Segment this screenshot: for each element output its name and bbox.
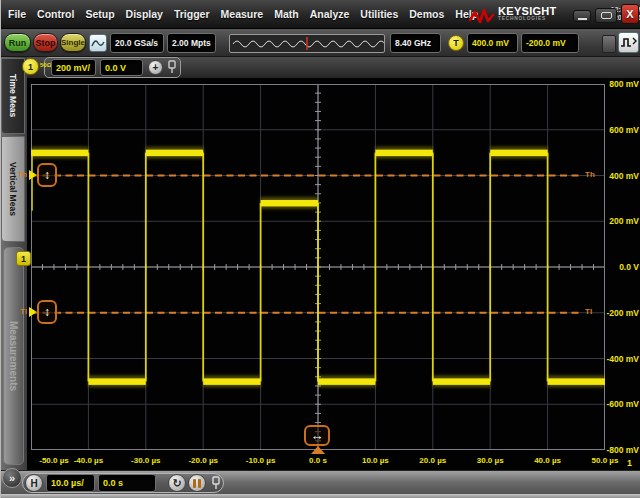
x-axis-label: 20.0 µs: [407, 456, 459, 465]
menu-item-utilities[interactable]: Utilities: [360, 8, 398, 20]
horizontal-bar: H 10.0 µs/ 0.0 s ↻: [1, 470, 640, 494]
trigger-badge[interactable]: T: [448, 35, 464, 51]
threshold-low-right-label: Tl: [585, 307, 592, 316]
zoom-bar-icon: [198, 479, 201, 488]
menu-item-trigger[interactable]: Trigger: [174, 8, 210, 20]
trigger-position-handle[interactable]: ↔: [304, 425, 330, 446]
minimize-icon: [578, 18, 587, 20]
x-axis-label: -10.0 µs: [235, 456, 287, 465]
threshold-low-handle[interactable]: ↕: [37, 300, 57, 324]
bandwidth-field[interactable]: 8.40 GHz: [390, 33, 441, 53]
x-axis-label: 50.0 µs: [579, 456, 631, 465]
menu-item-demos[interactable]: Demos: [409, 8, 444, 20]
menu-bar: FileControlSetupDisplayTriggerMeasureMat…: [1, 0, 640, 29]
y-axis-label: -400 mV: [602, 354, 639, 364]
threshold-lines: [31, 176, 583, 313]
memory-depth-field[interactable]: 2.00 Mpts: [167, 33, 216, 53]
sidebar-expand-button[interactable]: »: [2, 468, 22, 488]
y-axis-label: -800 mV: [602, 445, 639, 455]
y-axis-label: 0.0 V: [602, 262, 639, 272]
preview-waveform-icon: [230, 35, 384, 52]
acquisition-toolbar: Run Stop Single 20.0 GSa/s 2.00 Mpts 8.4…: [1, 29, 640, 57]
trigger-position-marker-icon: [311, 446, 325, 454]
close-button[interactable]: X: [621, 4, 639, 24]
trigger-threshold-low-field[interactable]: -200.0 mV: [521, 33, 579, 53]
menu-item-file[interactable]: File: [8, 8, 26, 20]
menu-items: FileControlSetupDisplayTriggerMeasureMat…: [1, 8, 489, 20]
run-button[interactable]: Run: [4, 33, 31, 52]
y-axis-label: 400 mV: [602, 171, 639, 181]
keysight-spark-icon: [469, 8, 495, 24]
menu-item-math[interactable]: Math: [274, 8, 299, 20]
x-axis-label: 0.0 s: [292, 456, 344, 465]
pin-icon[interactable]: [210, 476, 222, 491]
y-axis-label: 200 mV: [602, 216, 639, 226]
x-axis-label: -40.0 µs: [62, 456, 114, 465]
menu-item-display[interactable]: Display: [126, 8, 163, 20]
acquisition-preview[interactable]: [229, 34, 385, 53]
measurements-panel-handle[interactable]: Measurements: [3, 247, 24, 465]
channel-impedance-badge: 50Ω: [40, 62, 51, 68]
y-axis-label: -600 mV: [602, 399, 639, 409]
zoom-window-button[interactable]: [188, 474, 206, 492]
keysight-logo: KEYSIGHT TECHNOLOGIES: [498, 6, 570, 21]
window-bottom-edge: [1, 494, 640, 498]
waveform-mode-button[interactable]: [89, 34, 107, 52]
vertical-scale-field[interactable]: 200 mV/: [51, 59, 96, 76]
x-axis-label: 10.0 µs: [349, 456, 401, 465]
horizontal-zoom-button[interactable]: ↻: [168, 474, 186, 492]
timebase-position-field[interactable]: 0.0 s: [98, 474, 156, 492]
threshold-high-left-label: Th: [11, 170, 27, 179]
x-axis-label: -20.0 µs: [177, 456, 229, 465]
side-tab-button[interactable]: [602, 35, 616, 53]
menu-item-measure[interactable]: Measure: [221, 8, 264, 20]
x-axis-label: 40.0 µs: [522, 456, 574, 465]
waveform-icon: [91, 37, 105, 49]
minimize-button[interactable]: [573, 10, 591, 22]
channel-1-ground-marker[interactable]: 1: [16, 251, 31, 266]
vertical-offset-field[interactable]: 0.0 V: [100, 59, 143, 76]
threshold-high-right-label: Th: [585, 170, 595, 179]
stop-button[interactable]: Stop: [33, 33, 58, 52]
y-axis-label: -200 mV: [602, 308, 639, 318]
y-axis-label: 600 mV: [602, 125, 639, 135]
sample-rate-field[interactable]: 20.0 GSa/s: [110, 33, 164, 53]
pin-icon[interactable]: [166, 60, 178, 75]
x-axis-label: 30.0 µs: [464, 456, 516, 465]
x-axis-label: -30.0 µs: [120, 456, 172, 465]
threshold-high-handle[interactable]: ↕: [37, 163, 57, 187]
trigger-level-low-chevron-icon[interactable]: [29, 307, 37, 317]
threshold-low-left-label: Tl: [11, 307, 27, 316]
y-axis-label: 800 mV: [602, 79, 639, 89]
add-channel-button[interactable]: +: [148, 60, 163, 75]
oscilloscope-window: FileControlSetupDisplayTriggerMeasureMat…: [0, 0, 640, 498]
timebase-scale-field[interactable]: 10.0 µs/: [46, 474, 95, 492]
horizontal-button[interactable]: H: [25, 474, 43, 492]
brand-subtitle: TECHNOLOGIES: [498, 16, 570, 21]
trigger-level-high-chevron-icon[interactable]: [29, 170, 37, 180]
close-icon: X: [626, 8, 633, 20]
menu-item-setup[interactable]: Setup: [85, 8, 114, 20]
trigger-threshold-high-field[interactable]: 400.0 mV: [467, 33, 518, 53]
channel-1-button[interactable]: 1: [22, 58, 39, 75]
single-button[interactable]: Single: [60, 33, 86, 52]
menu-item-control[interactable]: Control: [37, 8, 74, 20]
zoom-bar-icon: [193, 479, 196, 488]
tab-vertical-meas[interactable]: Vertical Meas: [1, 136, 25, 242]
brand-name: KEYSIGHT: [498, 6, 570, 16]
menu-item-analyze[interactable]: Analyze: [310, 8, 350, 20]
touch-waveform-button[interactable]: [618, 32, 639, 53]
touch-waveform-icon: [620, 35, 637, 50]
restore-button[interactable]: [595, 8, 617, 23]
scope-plot: [31, 84, 605, 450]
restore-icon: [601, 12, 612, 19]
tab-time-meas[interactable]: Time Meas: [1, 58, 25, 134]
